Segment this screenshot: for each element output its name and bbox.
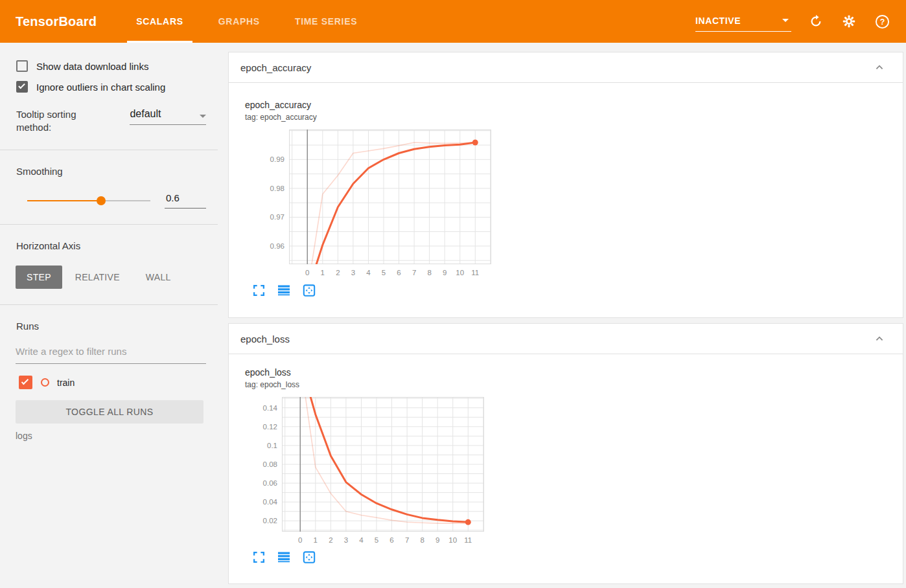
tooltip-sorting-dropdown[interactable]: default	[130, 108, 206, 125]
chart-toolbar	[252, 284, 316, 297]
fit-domain-button[interactable]	[303, 550, 316, 563]
tab-scalars[interactable]: SCALARS	[119, 0, 201, 43]
tab-graphs[interactable]: GRAPHS	[201, 0, 277, 43]
show-download-links-row[interactable]: Show data download links	[16, 60, 206, 72]
smoothing-slider-thumb[interactable]	[97, 196, 106, 205]
collapse-card-button[interactable]	[872, 60, 887, 75]
card-header-epoch-accuracy[interactable]: epoch_accuracy	[229, 52, 903, 83]
log-scale-icon	[278, 552, 290, 563]
svg-text:10: 10	[448, 536, 457, 544]
svg-text:6: 6	[397, 269, 401, 277]
ignore-outliers-row[interactable]: Ignore outliers in chart scaling	[16, 81, 206, 93]
show-download-links-checkbox[interactable]	[16, 60, 28, 72]
scalar-chart-epoch-loss[interactable]: 0.020.040.060.080.10.120.140123456789101…	[245, 397, 489, 550]
fullscreen-icon	[253, 552, 264, 563]
svg-text:10: 10	[456, 269, 464, 277]
card-header-epoch-loss[interactable]: epoch_loss	[229, 324, 903, 354]
card-title: epoch_loss	[240, 334, 290, 345]
collapse-card-button[interactable]	[872, 331, 887, 346]
fullscreen-icon	[253, 285, 264, 296]
svg-text:5: 5	[382, 269, 386, 277]
log-scale-toggle-button[interactable]	[277, 550, 290, 563]
axis-option-relative[interactable]: RELATIVE	[62, 266, 133, 289]
scalar-card-epoch-loss: epoch_loss epoch_loss tag: epoch_loss 0.…	[228, 323, 903, 584]
smoothing-slider-fill	[27, 200, 101, 201]
svg-text:9: 9	[443, 269, 447, 277]
chart-heading: epoch_loss tag: epoch_loss	[245, 367, 299, 389]
toggle-all-runs-button[interactable]: TOGGLE ALL RUNS	[16, 400, 203, 424]
log-scale-toggle-button[interactable]	[277, 284, 290, 297]
svg-text:0.06: 0.06	[263, 479, 277, 487]
svg-text:2: 2	[336, 269, 340, 277]
tab-time-series[interactable]: TIME SERIES	[277, 0, 375, 43]
chart-title: epoch_accuracy	[245, 100, 317, 110]
reload-icon	[809, 14, 823, 28]
chevron-up-icon	[872, 332, 887, 346]
svg-text:11: 11	[471, 269, 479, 277]
chart-tag: tag: epoch_loss	[245, 380, 299, 389]
run-train-checkbox[interactable]	[19, 376, 32, 389]
svg-text:0: 0	[298, 536, 302, 544]
svg-text:5: 5	[375, 536, 378, 544]
fit-domain-icon	[303, 284, 316, 297]
reload-button[interactable]	[807, 13, 824, 30]
axis-option-wall[interactable]: WALL	[133, 266, 184, 289]
nav-tabs: SCALARS GRAPHS TIME SERIES	[119, 0, 375, 43]
logdir-caption: logs	[16, 431, 206, 441]
svg-text:0.99: 0.99	[270, 155, 285, 163]
log-scale-icon	[278, 285, 290, 296]
chart-tag: tag: epoch_accuracy	[245, 113, 317, 122]
help-icon: ?	[875, 14, 890, 29]
svg-text:9: 9	[436, 536, 439, 544]
app-header: TensorBoard SCALARS GRAPHS TIME SERIES I…	[0, 0, 906, 43]
sidebar-divider	[0, 304, 218, 305]
svg-text:7: 7	[412, 269, 416, 277]
fit-domain-button[interactable]	[303, 284, 316, 297]
svg-text:11: 11	[464, 536, 472, 544]
svg-text:8: 8	[420, 536, 424, 544]
header-actions: INACTIVE	[695, 12, 890, 32]
scalar-chart-svg[interactable]: 0.960.970.980.9901234567891011	[245, 130, 496, 280]
horizontal-axis-options: STEP RELATIVE WALL	[16, 266, 206, 289]
expand-chart-button[interactable]	[252, 284, 265, 297]
chevron-up-icon	[872, 60, 887, 74]
help-button[interactable]: ?	[874, 13, 890, 30]
ignore-outliers-checkbox[interactable]	[16, 81, 28, 93]
ignore-outliers-label: Ignore outliers in chart scaling	[36, 82, 165, 93]
svg-text:1: 1	[314, 536, 318, 544]
app-title: TensorBoard	[16, 14, 97, 29]
runs-filter-input[interactable]: Write a regex to filter runs	[16, 346, 206, 357]
smoothing-label: Smoothing	[16, 166, 206, 177]
expand-chart-button[interactable]	[252, 550, 265, 563]
svg-text:1: 1	[321, 269, 325, 277]
scalar-chart-epoch-accuracy[interactable]: 0.960.970.980.9901234567891011	[245, 130, 496, 282]
svg-text:2: 2	[329, 536, 332, 544]
svg-text:0.97: 0.97	[270, 213, 285, 221]
smoothing-value-input[interactable]: 0.6	[165, 192, 206, 209]
card-title: epoch_accuracy	[240, 62, 311, 73]
runs-filter-field[interactable]: Write a regex to filter runs	[16, 346, 206, 364]
sidebar-divider	[0, 224, 218, 225]
svg-text:0.98: 0.98	[270, 185, 285, 192]
svg-text:0.02: 0.02	[263, 517, 277, 525]
svg-text:8: 8	[427, 269, 431, 277]
smoothing-slider[interactable]	[27, 196, 150, 205]
tooltip-sorting-label: Tooltip sorting method:	[16, 108, 113, 134]
svg-text:0.14: 0.14	[263, 404, 278, 412]
gear-icon	[842, 14, 856, 28]
tooltip-sorting-value: default	[130, 108, 161, 120]
svg-text:3: 3	[351, 269, 355, 277]
show-download-links-label: Show data download links	[36, 61, 148, 72]
svg-text:7: 7	[405, 536, 409, 544]
settings-button[interactable]	[841, 13, 857, 30]
svg-text:0.04: 0.04	[263, 498, 278, 506]
run-train-color-swatch[interactable]	[41, 378, 49, 387]
chart-title: epoch_loss	[245, 367, 299, 378]
axis-option-step[interactable]: STEP	[16, 266, 62, 289]
svg-text:6: 6	[389, 536, 393, 544]
chevron-down-icon	[782, 19, 789, 22]
check-icon	[18, 82, 25, 89]
scalar-chart-svg[interactable]: 0.020.040.060.080.10.120.140123456789101…	[245, 397, 489, 547]
status-dropdown[interactable]: INACTIVE	[695, 16, 791, 32]
chevron-down-icon	[200, 115, 206, 118]
